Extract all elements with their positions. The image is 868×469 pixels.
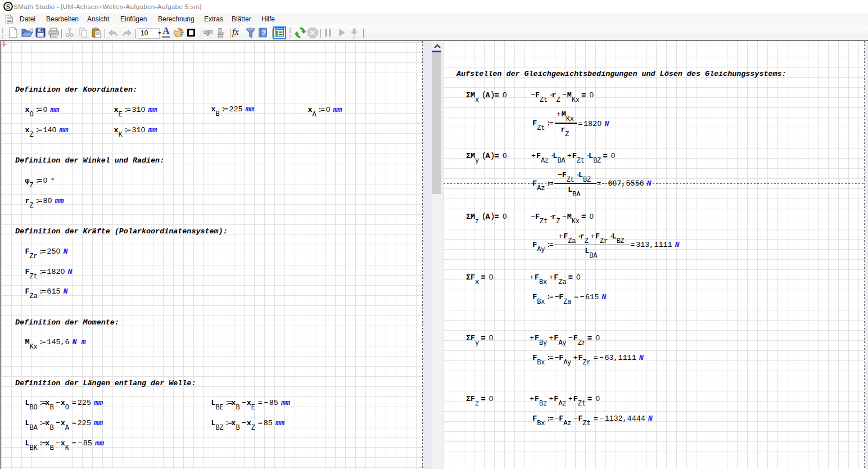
svg-text:?: ? [262, 29, 266, 36]
